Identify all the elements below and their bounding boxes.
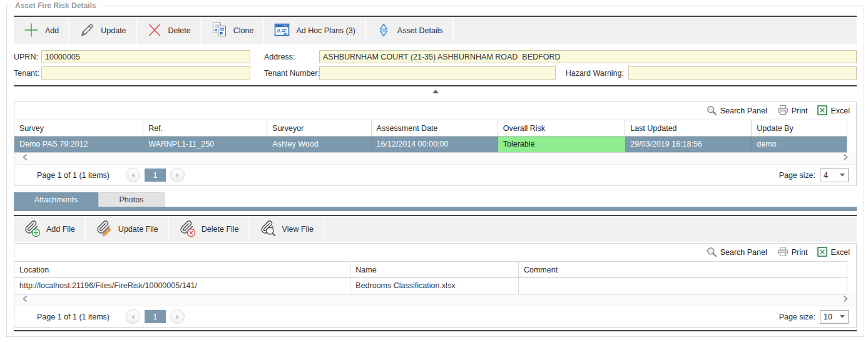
column-header-ref[interactable]: Ref. [143, 120, 267, 136]
tab-photos[interactable]: Photos [98, 192, 165, 207]
excel-icon [817, 105, 827, 117]
overall-risk-cell: Tolerable [498, 137, 625, 152]
survey-grid-header: Survey Ref. Surveyor Assessment Date Ove… [14, 120, 847, 137]
column-header-surveyor[interactable]: Surveyor [267, 120, 371, 136]
print-link[interactable]: Print [777, 105, 808, 117]
printer-icon [777, 105, 789, 117]
asset-details-button[interactable]: Asset Details [366, 17, 454, 44]
excel-link-label: Excel [830, 248, 850, 257]
column-header-overall-risk[interactable]: Overall Risk [498, 120, 625, 136]
column-header-assessment-date[interactable]: Assessment Date [372, 120, 498, 136]
tenant-label: Tenant: [14, 69, 41, 78]
address-label: Address: [250, 53, 319, 61]
asset-fire-risk-groupbox: Asset Fire Risk Details Add Update Delet… [6, 6, 864, 337]
update-file-button[interactable]: Update File [86, 216, 169, 242]
add-file-button[interactable]: Add File [14, 216, 86, 242]
column-header-update-by[interactable]: Update By [752, 120, 847, 136]
delete-file-button[interactable]: Delete File [169, 216, 250, 242]
address-field[interactable] [319, 50, 857, 63]
print-link-2[interactable]: Print [777, 246, 808, 259]
attachments-grid-links: Search Panel Print Excel [14, 244, 856, 261]
tab-attachments[interactable]: Attachments [14, 192, 98, 207]
print-link-label: Print [792, 106, 808, 115]
survey-cell: Demo PAS 79:2012 [14, 137, 143, 152]
add-file-button-label: Add File [46, 225, 75, 234]
clone-button-label: Clone [233, 26, 254, 35]
add-button[interactable]: Add [14, 17, 69, 44]
uprn-field[interactable] [41, 50, 250, 63]
view-file-button[interactable]: View File [250, 216, 324, 242]
page-size-select[interactable]: 4 [820, 168, 849, 182]
excel-link[interactable]: Excel [817, 105, 850, 117]
survey-row-selected[interactable]: Demo PAS 79:2012 WARNPL1-11_250 Ashley W… [14, 137, 847, 153]
scroll-left-icon[interactable] [21, 153, 29, 164]
tenant-number-field[interactable] [319, 66, 556, 80]
column-header-survey[interactable]: Survey [14, 120, 143, 136]
update-by-cell: demo [752, 137, 847, 152]
page-size-value: 10 [824, 313, 832, 321]
hazard-warning-field[interactable] [628, 66, 857, 80]
pencil-icon [79, 22, 95, 40]
search-panel-link[interactable]: Search Panel [706, 105, 767, 118]
update-button[interactable]: Update [69, 17, 136, 44]
scroll-left-icon[interactable] [21, 294, 29, 306]
update-button-label: Update [101, 26, 126, 35]
next-page-button[interactable] [170, 168, 185, 182]
form-row-2: Tenant: Tenant Number: Hazard Warning: [14, 66, 857, 80]
ref-cell: WARNPL1-11_250 [143, 137, 267, 152]
pager-summary: Page 1 of 1 (1 items) [37, 313, 110, 321]
attachments-grid-hscrollbar [14, 294, 856, 306]
delete-button[interactable]: Delete [137, 17, 202, 44]
page-number-button[interactable]: 1 [145, 310, 166, 323]
page-size-label: Page size: [779, 171, 815, 180]
attachments-grid-header: Location Name Comment [14, 261, 847, 278]
ad-hoc-plans-button[interactable]: A Ad Hoc Plans (3) [264, 17, 365, 44]
name-cell: Bedrooms Classification.xlsx [350, 278, 519, 294]
clone-button[interactable]: Clone [202, 17, 265, 44]
survey-grid-links: Search Panel Print Excel [14, 102, 856, 120]
column-header-name[interactable]: Name [350, 262, 519, 277]
excel-link-2[interactable]: Excel [817, 247, 850, 259]
search-panel-link-2[interactable]: Search Panel [706, 246, 767, 259]
tab-accent-strip [14, 207, 857, 211]
survey-grid-hscrollbar [14, 153, 856, 164]
paperclip-view-icon [259, 220, 277, 239]
update-file-button-label: Update File [118, 225, 158, 234]
view-file-button-label: View File [282, 225, 314, 234]
page-size-select[interactable]: 10 [820, 310, 849, 324]
svg-text:A: A [277, 28, 281, 34]
tenant-number-label: Tenant Number: [250, 69, 319, 78]
collapse-handle[interactable] [14, 86, 857, 96]
hazard-warning-label: Hazard Warning: [556, 69, 628, 78]
ad-hoc-plans-icon: A [273, 21, 290, 40]
delete-file-button-label: Delete File [202, 225, 239, 234]
scroll-right-icon[interactable] [842, 294, 849, 306]
column-header-comment[interactable]: Comment [519, 262, 847, 277]
chevron-down-icon [840, 315, 845, 318]
comment-cell [519, 278, 847, 294]
page-number-button[interactable]: 1 [145, 168, 166, 182]
prev-page-button[interactable] [126, 309, 140, 324]
form-row-1: UPRN: Address: [14, 50, 857, 63]
search-panel-link-label: Search Panel [720, 106, 767, 115]
uprn-label: UPRN: [14, 53, 41, 61]
prev-page-button[interactable] [126, 168, 140, 182]
page-size-label: Page size: [779, 313, 815, 321]
file-toolbar: Add File Update File Delete File View Fi… [14, 215, 857, 242]
tenant-field[interactable] [41, 66, 250, 80]
next-page-button[interactable] [170, 309, 185, 324]
search-icon [706, 105, 717, 118]
add-button-label: Add [45, 26, 59, 35]
attachment-row[interactable]: http://localhost:21196/Files/FireRisk/10… [14, 278, 847, 294]
paperclip-add-icon [23, 220, 41, 239]
assessment-date-cell: 16/12/2014 00:00:00 [372, 137, 498, 152]
chevron-down-icon [840, 174, 845, 177]
column-header-last-updated[interactable]: Last Updated [625, 120, 752, 136]
printer-icon [777, 246, 789, 259]
column-header-location[interactable]: Location [14, 262, 350, 277]
up-down-triangles-icon [375, 22, 392, 40]
red-x-icon [146, 22, 163, 40]
asset-fire-risk-window: Asset Fire Risk Details Add Update Delet… [0, 0, 868, 342]
bottom-splitter-line [14, 330, 857, 331]
scroll-right-icon[interactable] [842, 153, 849, 164]
